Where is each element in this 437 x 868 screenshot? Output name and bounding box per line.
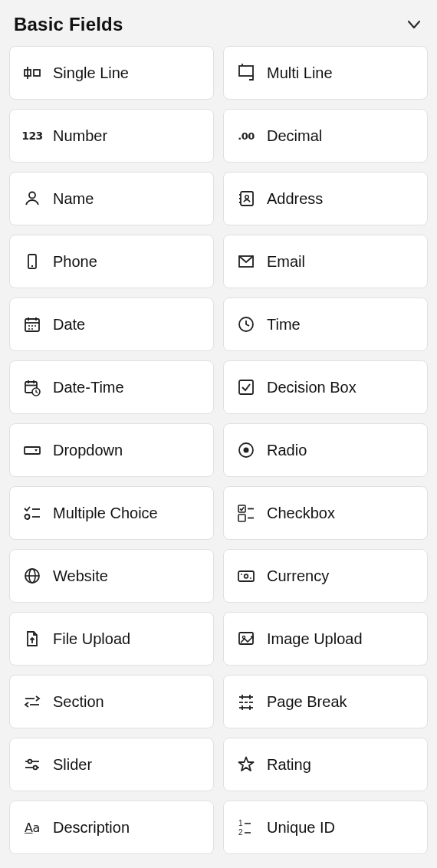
field-label: Slider (53, 756, 92, 774)
field-slider[interactable]: Slider (9, 738, 214, 791)
field-label: Multi Line (267, 64, 333, 82)
field-label: Time (267, 316, 301, 334)
field-label: Section (53, 693, 104, 711)
field-label: Description (53, 819, 130, 837)
field-label: Number (53, 127, 107, 145)
field-page-break[interactable]: Page Break (223, 675, 428, 728)
field-label: Single Line (53, 64, 129, 82)
person-icon (22, 189, 42, 209)
clock-icon (236, 314, 256, 334)
field-decision-box[interactable]: Decision Box (223, 360, 428, 414)
field-dropdown[interactable]: Dropdown (9, 423, 214, 477)
field-label: Dropdown (53, 442, 123, 459)
field-email[interactable]: Email (223, 235, 428, 288)
field-currency[interactable]: Currency (223, 549, 428, 603)
address-book-icon (236, 189, 256, 209)
field-label: Decimal (267, 127, 322, 145)
field-unique-id[interactable]: Unique ID (223, 801, 428, 854)
field-label: Phone (53, 253, 97, 271)
slider-icon (22, 755, 42, 774)
check-square-icon (236, 377, 256, 397)
field-multi-line[interactable]: Multi Line (223, 46, 428, 100)
field-date-time[interactable]: Date-Time (9, 360, 214, 414)
field-label: Address (267, 190, 323, 208)
section-header[interactable]: Basic Fields (8, 9, 429, 46)
field-radio[interactable]: Radio (223, 423, 428, 477)
field-address[interactable]: Address (223, 172, 428, 225)
field-label: Website (53, 567, 108, 585)
currency-icon (236, 566, 256, 586)
field-image-upload[interactable]: Image Upload (223, 612, 428, 666)
file-upload-icon (22, 629, 42, 649)
envelope-icon (236, 252, 256, 271)
checkbox-list-icon (236, 503, 256, 523)
calendar-icon (22, 314, 42, 334)
field-single-line[interactable]: Single Line (9, 46, 214, 100)
field-decimal[interactable]: .00 Decimal (223, 109, 428, 163)
field-description[interactable]: Aa Description (9, 801, 214, 854)
field-label: Currency (267, 567, 329, 585)
single-line-icon (22, 63, 42, 83)
globe-icon (22, 566, 42, 586)
decimal-icon: .00 (236, 126, 256, 146)
section-title: Basic Fields (14, 14, 123, 35)
field-number[interactable]: 123 Number (9, 109, 214, 163)
field-rating[interactable]: Rating (223, 738, 428, 791)
field-label: Radio (267, 442, 307, 459)
star-icon (236, 755, 256, 774)
field-website[interactable]: Website (9, 549, 214, 603)
radio-icon (236, 440, 256, 460)
field-label: Rating (267, 756, 311, 774)
field-label: Decision Box (267, 379, 356, 396)
field-label: File Upload (53, 630, 130, 648)
unique-id-icon (236, 817, 256, 837)
multiple-choice-icon (22, 503, 42, 523)
field-label: Page Break (267, 693, 347, 711)
field-label: Multiple Choice (53, 505, 158, 522)
field-file-upload[interactable]: File Upload (9, 612, 214, 666)
basic-fields-panel: Basic Fields Single Line Multi Line 123 … (0, 0, 437, 863)
section-icon (22, 692, 42, 712)
description-icon: Aa (22, 817, 42, 837)
field-label: Email (267, 253, 305, 271)
field-label: Unique ID (267, 819, 335, 837)
fields-grid: Single Line Multi Line 123 Number .00 De… (8, 46, 429, 854)
image-upload-icon (236, 629, 256, 649)
calendar-clock-icon (22, 377, 42, 397)
field-label: Date-Time (53, 379, 124, 396)
field-label: Checkbox (267, 505, 335, 522)
dropdown-icon (22, 440, 42, 460)
page-break-icon (236, 692, 256, 712)
field-label: Date (53, 316, 85, 334)
number-icon: 123 (22, 126, 42, 146)
field-name[interactable]: Name (9, 172, 214, 225)
field-date[interactable]: Date (9, 298, 214, 351)
field-section[interactable]: Section (9, 675, 214, 728)
field-multiple-choice[interactable]: Multiple Choice (9, 486, 214, 540)
field-time[interactable]: Time (223, 298, 428, 351)
chevron-down-icon (405, 15, 423, 34)
multi-line-icon (236, 63, 256, 83)
phone-icon (22, 252, 42, 271)
field-phone[interactable]: Phone (9, 235, 214, 288)
field-label: Name (53, 190, 94, 208)
field-label: Image Upload (267, 630, 363, 648)
field-checkbox[interactable]: Checkbox (223, 486, 428, 540)
